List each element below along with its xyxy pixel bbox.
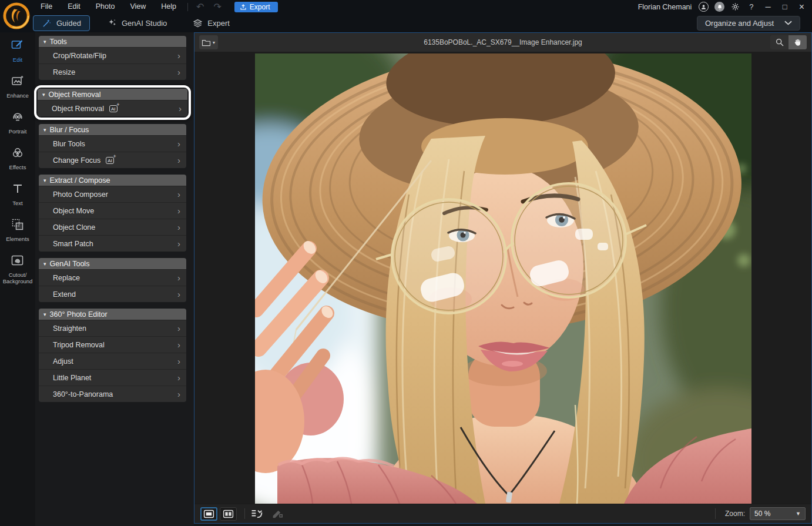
section-header-360-photo-editor[interactable]: ▾360° Photo Editor [39, 309, 186, 320]
minimize-button[interactable]: ─ [763, 2, 774, 11]
collapse-triangle-icon: ▾ [43, 177, 46, 183]
rail-item-edit[interactable]: Edit [0, 32, 35, 68]
layers-icon [193, 18, 203, 28]
section-header-genai-tools[interactable]: ▾GenAI Tools [39, 258, 186, 269]
apply-adjustments-icon[interactable] [250, 508, 263, 520]
tool-item-label: Straighten [53, 324, 86, 333]
single-view-button[interactable] [200, 507, 217, 521]
tool-item-label: Little Planet [53, 374, 91, 382]
zoom-value: 50 % [754, 510, 770, 518]
account-icon[interactable] [699, 2, 709, 12]
pan-hand-tool-button[interactable] [788, 35, 807, 49]
photo [255, 53, 751, 504]
section-header-object-removal[interactable]: ▾Object Removal [38, 89, 187, 100]
tab-label: Guided [56, 19, 81, 28]
compare-view-button[interactable] [220, 507, 237, 521]
rail-item-text[interactable]: Text [0, 176, 35, 212]
tab-label: GenAI Studio [122, 19, 167, 28]
module-rail: EditEnhancePortraitEffectsTextElementsCu… [0, 32, 35, 526]
menu-view[interactable]: View [122, 0, 153, 14]
section-header-extract-compose[interactable]: ▾Extract / Compose [39, 175, 186, 186]
tool-item-tripod-removal[interactable]: Tripod Removal› [39, 336, 186, 353]
rail-item-cutout-background[interactable]: Cutout/Background [0, 247, 35, 290]
menu-help[interactable]: Help [153, 0, 184, 14]
help-icon[interactable]: ? [746, 2, 756, 11]
image-viewport[interactable] [194, 52, 811, 504]
organize-and-adjust-dropdown[interactable]: Organize and Adjust [697, 16, 800, 31]
rail-item-elements[interactable]: Elements [0, 212, 35, 247]
zoom-tool-button[interactable] [770, 35, 788, 49]
tool-item-little-planet[interactable]: Little Planet› [39, 369, 186, 386]
rail-item-enhance[interactable]: Enhance [0, 68, 35, 104]
tool-item-label: Object Removal [52, 105, 104, 113]
section-header-tools[interactable]: ▾Tools [39, 36, 186, 47]
settings-gear-icon[interactable] [730, 2, 740, 12]
rail-item-label: Edit [13, 56, 22, 63]
tool-item-blur-tools[interactable]: Blur Tools› [39, 135, 186, 152]
tool-item-label: Resize [53, 68, 75, 76]
image-filename: 6135BoPOBoL._AC_SX679__Image Enhancer.jp… [424, 38, 582, 46]
rail-item-label: Cutout/Background [3, 272, 33, 284]
effects-icon [11, 146, 25, 162]
statusbar-divider [244, 508, 245, 519]
editing-canvas-panel: ▼ 6135BoPOBoL._AC_SX679__Image Enhancer.… [194, 32, 812, 524]
canvas-status-bar: Zoom: 50 % ▼ [194, 504, 811, 523]
tool-item-label: Smart Patch [53, 240, 93, 248]
tool-item-label: Photo Composer [53, 190, 108, 199]
tool-item-label: Object Move [53, 207, 94, 215]
tool-item-object-move[interactable]: Object Move› [39, 202, 186, 219]
menu-photo[interactable]: Photo [88, 0, 123, 14]
redo-button[interactable]: ↷ [209, 1, 226, 12]
user-name: Florian Chemani [638, 3, 692, 11]
cutout-icon [11, 253, 25, 270]
tool-item-extend[interactable]: Extend› [39, 286, 186, 302]
tab-expert[interactable]: Expert [184, 15, 239, 31]
rail-item-label: Text [12, 200, 22, 206]
section-extract-compose: ▾Extract / ComposePhoto Composer›Object … [39, 175, 186, 252]
tool-item-crop-rotate-flip[interactable]: Crop/Rotate/Flip› [39, 47, 186, 63]
tool-item-label: Extend [53, 290, 76, 299]
zoom-divider [715, 508, 716, 519]
tool-item-resize[interactable]: Resize› [39, 63, 186, 80]
tool-item-photo-composer[interactable]: Photo Composer› [39, 186, 186, 202]
rail-item-effects[interactable]: Effects [0, 140, 35, 176]
zoom-level-dropdown[interactable]: 50 % ▼ [750, 507, 806, 520]
guided-tools-panel: ▾ToolsCrop/Rotate/Flip›Resize›▾Object Re… [35, 32, 194, 526]
close-button[interactable]: × [796, 2, 807, 12]
undo-button[interactable]: ↶ [192, 1, 209, 12]
tab-genai-studio[interactable]: GenAI Studio [98, 15, 176, 31]
collapse-triangle-icon: ▾ [43, 261, 46, 267]
tool-item-object-removal[interactable]: Object RemovalAI+› [38, 100, 187, 116]
tool-item-object-clone[interactable]: Object Clone› [39, 219, 186, 235]
genai-badge-plus: + [116, 102, 119, 108]
menu-edit[interactable]: Edit [60, 0, 88, 14]
section-header-label: 360° Photo Editor [50, 310, 108, 319]
rail-item-portrait[interactable]: Portrait [0, 104, 35, 140]
menu-file[interactable]: File [33, 0, 60, 14]
section-header-blur-focus[interactable]: ▾Blur / Focus [39, 124, 186, 135]
rail-item-label: Portrait [9, 128, 27, 135]
app-logo-icon [3, 2, 30, 29]
tool-item-replace[interactable]: Replace› [39, 269, 186, 286]
collapse-triangle-icon: ▾ [43, 39, 46, 45]
chevron-down-icon [784, 21, 792, 26]
tool-item-adjust[interactable]: Adjust› [39, 353, 186, 369]
chevron-right-icon: › [177, 156, 180, 165]
tool-item-label: 360°-to-Panorama [53, 390, 113, 398]
text-icon [11, 182, 25, 198]
tab-guided[interactable]: Guided [33, 15, 90, 31]
menu-items: FileEditPhotoViewHelp [33, 0, 184, 14]
tool-item-straighten[interactable]: Straighten› [39, 320, 186, 336]
collapse-triangle-icon: ▾ [43, 127, 46, 133]
collapse-triangle-icon: ▾ [42, 92, 45, 98]
tool-item-smart-patch[interactable]: Smart Patch› [39, 235, 186, 252]
maximize-button[interactable]: □ [780, 2, 790, 11]
tool-item-change-focus[interactable]: Change FocusAI+› [39, 152, 186, 168]
export-button[interactable]: Export [234, 2, 279, 12]
notifications-icon[interactable] [714, 2, 724, 12]
rail-item-label: Effects [9, 164, 26, 170]
section-header-label: Extract / Compose [50, 176, 110, 185]
browse-folder-button[interactable]: ▼ [199, 35, 218, 49]
tool-item-360-to-panorama[interactable]: 360°-to-Panorama› [39, 386, 186, 402]
chevron-right-icon: › [177, 290, 180, 299]
